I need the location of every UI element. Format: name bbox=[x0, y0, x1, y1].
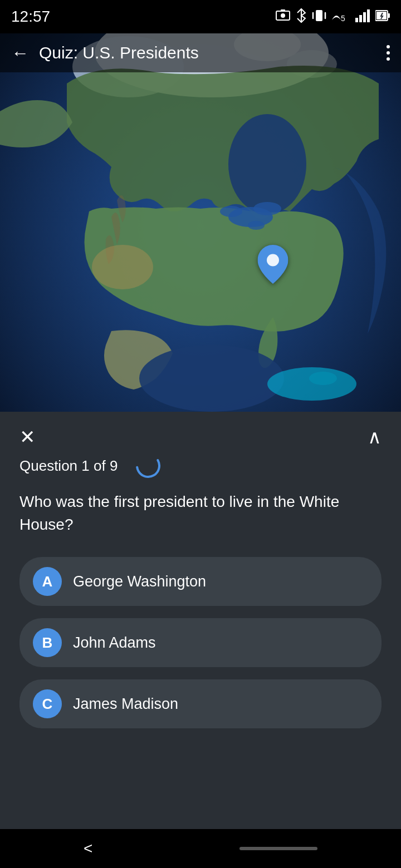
status-icons: 5 bbox=[275, 8, 390, 26]
svg-point-20 bbox=[220, 206, 242, 217]
dot1 bbox=[387, 45, 390, 48]
svg-rect-6 bbox=[359, 15, 362, 22]
answer-letter-c: C bbox=[33, 689, 62, 718]
svg-point-28 bbox=[134, 452, 162, 480]
panel-top-bar: ✕ ∧ bbox=[19, 412, 382, 452]
signal-icon bbox=[355, 9, 370, 25]
answer-option-a[interactable]: A George Washington bbox=[19, 557, 382, 606]
svg-point-1 bbox=[281, 13, 285, 18]
screenshot-icon bbox=[275, 9, 291, 25]
answer-option-b[interactable]: B John Adams bbox=[19, 618, 382, 667]
svg-rect-5 bbox=[355, 18, 358, 22]
dot2 bbox=[387, 51, 390, 55]
svg-point-23 bbox=[139, 345, 284, 412]
loading-spinner bbox=[134, 452, 162, 480]
nav-home-indicator[interactable] bbox=[239, 847, 317, 850]
svg-point-18 bbox=[228, 114, 306, 214]
status-bar: 12:57 bbox=[0, 0, 401, 33]
answer-text-b: John Adams bbox=[73, 634, 156, 652]
svg-text:5: 5 bbox=[341, 14, 345, 22]
question-progress: Question 1 of 9 bbox=[19, 457, 118, 475]
battery-icon bbox=[375, 9, 390, 25]
question-progress-row: Question 1 of 9 bbox=[19, 452, 382, 480]
app-bar: ← Quiz: U.S. Presidents bbox=[0, 33, 401, 72]
svg-rect-8 bbox=[367, 9, 370, 22]
nav-bar: < bbox=[0, 829, 401, 868]
svg-point-24 bbox=[267, 367, 356, 401]
app-bar-title: Quiz: U.S. Presidents bbox=[39, 43, 387, 62]
svg-point-25 bbox=[309, 372, 337, 385]
quiz-panel: ✕ ∧ Question 1 of 9 Who was the first pr… bbox=[0, 412, 401, 829]
answer-letter-a: A bbox=[33, 567, 62, 596]
svg-rect-3 bbox=[316, 10, 322, 21]
answer-letter-b: B bbox=[33, 628, 62, 657]
data-icon: 5 bbox=[332, 9, 350, 25]
back-button[interactable]: ← bbox=[11, 43, 29, 63]
nav-back-button[interactable]: < bbox=[84, 840, 92, 857]
svg-point-21 bbox=[253, 202, 281, 215]
svg-point-27 bbox=[267, 254, 279, 267]
bluetooth-icon bbox=[296, 8, 306, 26]
svg-rect-2 bbox=[281, 9, 285, 11]
svg-rect-10 bbox=[388, 13, 390, 18]
svg-point-22 bbox=[248, 221, 265, 230]
answer-text-a: George Washington bbox=[73, 573, 206, 590]
collapse-button[interactable]: ∧ bbox=[368, 427, 382, 446]
map-pin bbox=[258, 245, 288, 286]
status-time: 12:57 bbox=[11, 8, 50, 26]
svg-point-26 bbox=[92, 245, 153, 289]
answer-options: A George Washington B John Adams C James… bbox=[19, 557, 382, 728]
question-text: Who was the first president to live in t… bbox=[19, 491, 382, 536]
answer-option-c[interactable]: C James Madison bbox=[19, 679, 382, 728]
close-button[interactable]: ✕ bbox=[19, 427, 35, 446]
more-button[interactable] bbox=[387, 45, 390, 61]
answer-text-c: James Madison bbox=[73, 696, 178, 713]
vibrate-icon bbox=[312, 9, 326, 25]
svg-rect-7 bbox=[363, 12, 366, 22]
dot3 bbox=[387, 57, 390, 61]
